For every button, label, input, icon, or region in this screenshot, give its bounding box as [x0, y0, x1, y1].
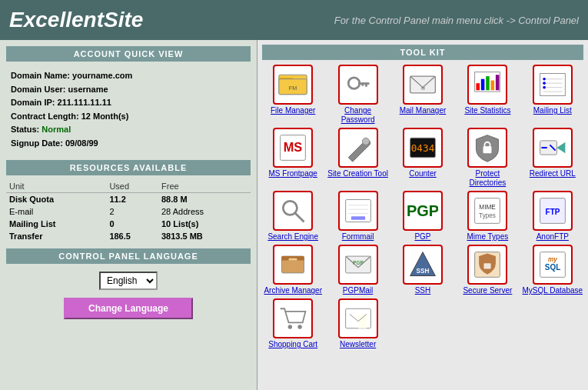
table-row: E-mail228 Address — [6, 205, 251, 218]
tool-site-statistics[interactable]: Site Statistics — [457, 65, 518, 125]
secure-icon — [467, 245, 507, 285]
archive-icon — [273, 245, 313, 285]
domain-name-label: Domain Name: — [11, 71, 70, 80]
site-title: ExcellentSite — [9, 8, 143, 32]
tool-label-pgp: PGP — [414, 232, 430, 242]
table-row: Disk Quota11.288.8 M — [6, 192, 251, 205]
svg-text:Types: Types — [479, 212, 496, 219]
change-language-button[interactable]: Change Language — [64, 298, 193, 319]
tool-formmail[interactable]: Formmail — [327, 191, 388, 242]
tool-label-counter: Counter — [409, 169, 437, 178]
mail-icon: ✉ — [403, 65, 443, 105]
tool-redirect-url[interactable]: Redirect URL — [522, 128, 583, 188]
cell-label: Disk Quota — [6, 192, 106, 205]
contract-row: Contract Length: 12 Month(s) — [11, 110, 246, 124]
status-row: Status: Normal — [11, 123, 246, 137]
ssh-icon: SSH — [403, 245, 443, 285]
language-section: CONTROL PANEL LANGUAGE EnglishSpanishFre… — [6, 248, 251, 319]
tool-label-file-manager: File Manager — [271, 106, 315, 115]
tool-ms-frontpage[interactable]: MSMS Frontpage — [262, 128, 324, 188]
tool-mime-types[interactable]: MIMETypesMime Types — [457, 191, 518, 242]
tool-label-redirect-url: Redirect URL — [530, 169, 576, 178]
svg-rect-7 — [361, 82, 364, 86]
tool-pgp[interactable]: PGPPGP — [392, 191, 453, 242]
tool-pgpmail[interactable]: PGPPGPMail — [327, 245, 388, 295]
cart-icon — [273, 298, 313, 338]
tool-ssh[interactable]: SSHSSH — [392, 245, 453, 295]
svg-rect-5 — [358, 82, 370, 85]
tool-label-shopping-cart: Shopping Cart — [268, 340, 317, 349]
resources-header: RESOURCES AVAILABLE — [6, 160, 251, 175]
domain-user-value: username — [68, 85, 108, 94]
col-free: Free — [158, 180, 251, 193]
header-subtitle: For the Control Panel main menu click ->… — [334, 15, 579, 26]
newsletter-icon — [338, 298, 378, 338]
domain-ip-label: Domain IP: — [11, 98, 55, 107]
folder-icon: FM — [273, 65, 313, 105]
svg-marker-63 — [358, 315, 367, 328]
cell-used: 0 — [106, 218, 158, 230]
col-unit: Unit — [6, 180, 106, 193]
svg-text:PGP: PGP — [353, 260, 363, 265]
domain-name-row: Domain Name: yourname.com — [11, 69, 246, 83]
tool-mysql-database[interactable]: mySQLMySQL Database — [522, 245, 583, 295]
tool-label-secure-server: Secure Server — [463, 286, 512, 295]
list-icon — [533, 65, 573, 105]
tool-newsletter[interactable]: Newsletter — [327, 298, 388, 349]
col-used: Used — [106, 180, 158, 193]
tool-protect-directories[interactable]: Protect Directories — [457, 128, 518, 188]
tool-mail-manager[interactable]: ✉Mail Manager — [392, 65, 453, 125]
cell-free: 88.8 M — [158, 192, 251, 205]
tool-label-site-statistics: Site Statistics — [464, 106, 510, 115]
cell-free: 3813.5 MB — [158, 230, 251, 242]
svg-rect-41 — [351, 216, 365, 220]
svg-point-26 — [362, 138, 369, 145]
tool-label-formmail: Formmail — [342, 232, 374, 242]
tool-shopping-cart[interactable]: Shopping Cart — [262, 298, 324, 349]
svg-point-60 — [288, 325, 292, 328]
domain-user-label: Domain User: — [11, 85, 66, 94]
status-value: Normal — [42, 125, 71, 134]
left-panel: ACCOUNT QUICK VIEW Domain Name: yourname… — [0, 40, 257, 390]
tool-label-anonftp: AnonFTP — [537, 232, 569, 242]
cell-free: 28 Address — [158, 205, 251, 218]
svg-text:✉: ✉ — [420, 85, 424, 91]
cell-used: 2 — [106, 205, 158, 218]
tool-counter[interactable]: 0434Counter — [392, 128, 453, 188]
account-header: ACCOUNT QUICK VIEW — [6, 46, 251, 62]
svg-text:PGP: PGP — [407, 202, 438, 219]
right-panel: TOOL KIT FMFile ManagerChange Password✉M… — [257, 40, 588, 390]
frontpage-icon: MS — [273, 128, 313, 168]
tool-change-password[interactable]: Change Password — [327, 65, 388, 125]
language-select[interactable]: EnglishSpanishFrenchGerman — [99, 272, 158, 290]
tool-site-creation-tool[interactable]: Site Creation Tool — [327, 128, 388, 188]
cell-label: E-mail — [6, 205, 106, 218]
tool-label-mailing-list: Mailing List — [533, 106, 572, 115]
tool-search-engine[interactable]: Search Engine — [262, 191, 324, 242]
cell-used: 11.2 — [106, 192, 158, 205]
svg-point-4 — [348, 78, 360, 89]
domain-ip-row: Domain IP: 211.111.11.11 — [11, 96, 246, 110]
tool-secure-server[interactable]: Secure Server — [457, 245, 518, 295]
svg-rect-6 — [365, 82, 367, 86]
tool-anonftp[interactable]: FTPAnonFTP — [522, 191, 583, 242]
formmail-icon — [338, 191, 378, 231]
cell-label: Transfer — [6, 230, 106, 242]
main-content: ACCOUNT QUICK VIEW Domain Name: yourname… — [0, 40, 588, 390]
mysql-icon: mySQL — [533, 245, 573, 285]
counter-icon: 0434 — [403, 128, 443, 168]
tool-file-manager[interactable]: FMFile Manager — [262, 65, 324, 125]
svg-text:MIME: MIME — [480, 204, 497, 211]
svg-text:SQL: SQL — [545, 263, 561, 272]
tool-label-newsletter: Newsletter — [340, 340, 376, 349]
tool-archive-manager[interactable]: Archive Manager — [262, 245, 324, 295]
page-header: ExcellentSite For the Control Panel main… — [0, 0, 588, 40]
cell-used: 186.5 — [106, 230, 158, 242]
svg-point-21 — [543, 78, 546, 81]
resources-table: Unit Used Free Disk Quota11.288.8 ME-mai… — [6, 180, 251, 242]
svg-rect-11 — [477, 83, 480, 90]
tool-label-change-password: Change Password — [327, 106, 388, 125]
domain-name-value: yourname.com — [72, 71, 132, 80]
tool-mailing-list[interactable]: Mailing List — [522, 65, 583, 125]
svg-line-36 — [295, 213, 304, 222]
